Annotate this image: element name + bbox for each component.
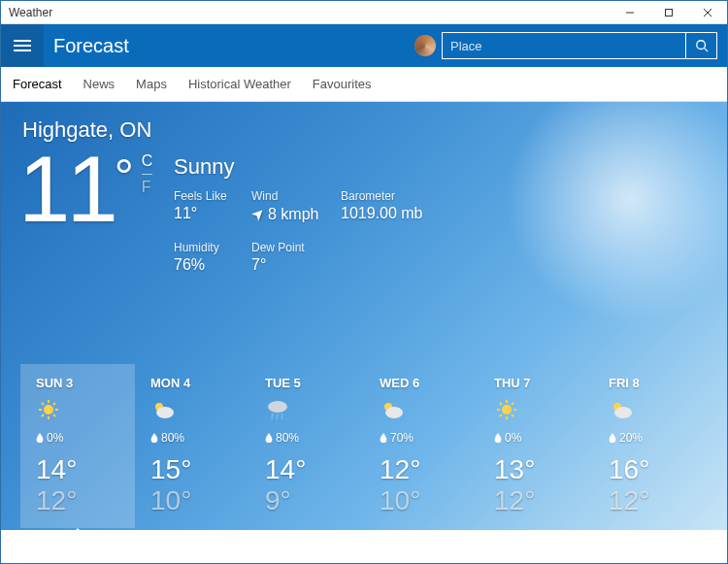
precip-value: 20% [619,431,643,445]
low-temp: 10° [150,485,234,516]
raindrop-icon [609,433,616,443]
tab-forecast[interactable]: Forecast [13,77,62,91]
daily-forecast: SUN 30%14°12°MON 480%15°10°TUE 580%14°9°… [20,364,708,528]
high-temp: 13° [494,454,578,485]
svg-line-8 [704,49,708,52]
minimize-button[interactable] [611,1,649,24]
weather-icon [494,398,519,421]
temp-degree: ° [115,149,134,205]
day-card[interactable]: FRI 820%16°12° [593,364,708,528]
close-button[interactable] [688,1,727,24]
detail-wind: Wind ➤8 kmph [251,189,341,223]
precip-row: 80% [265,431,348,445]
day-card[interactable]: TUE 580%14°9° [249,364,364,528]
search-input[interactable] [442,32,686,59]
day-name: TUE 5 [265,376,348,390]
details-grid: Feels Like 11° Wind ➤8 kmph Barometer 10… [174,189,447,274]
day-name: THU 7 [494,376,578,390]
unit-celsius[interactable]: C [142,152,153,175]
precip-row: 20% [609,431,692,445]
search-icon [695,39,709,52]
raindrop-icon [494,433,502,443]
detail-feels-like: Feels Like 11° [174,189,251,223]
day-card[interactable]: THU 70%13°12° [479,364,593,528]
tab-favourites[interactable]: Favourites [313,77,372,91]
high-temp: 12° [380,454,463,485]
raindrop-icon [380,433,387,443]
precip-value: 80% [161,431,184,445]
detail-dewpoint: Dew Point 7° [251,241,341,274]
title-bar: Weather [1,1,727,24]
day-card[interactable]: MON 480%15°10° [135,364,249,528]
low-temp: 12° [36,485,119,516]
current-temp: 11 ° C F [18,143,152,236]
feels-value: 11° [174,205,251,222]
high-temp: 16° [609,454,692,485]
svg-rect-1 [666,9,673,16]
precip-row: 0% [36,431,119,445]
avatar[interactable] [414,35,436,56]
minimize-icon [625,8,635,17]
tab-historical[interactable]: Historical Weather [188,77,291,91]
precip-row: 70% [380,431,463,445]
precip-value: 0% [47,431,63,445]
weather-icon [380,398,405,421]
raindrop-icon [150,433,158,443]
maximize-icon [664,8,674,17]
bottom-panel [1,530,727,563]
low-temp: 9° [265,485,348,516]
content-area: Highgate, ON 11 ° C F Sunny Feels Like 1… [1,102,727,563]
wind-label: Wind [251,189,341,203]
precip-value: 70% [390,431,414,445]
app-header: Forecast [1,24,727,67]
raindrop-icon [36,433,44,443]
day-name: MON 4 [150,376,234,390]
tab-news[interactable]: News [83,77,116,91]
search-wrap [442,32,717,59]
close-icon [703,8,712,17]
unit-fahrenheit[interactable]: F [142,175,153,196]
dew-value: 7° [251,256,341,274]
low-temp: 12° [609,485,692,516]
weather-icon [150,398,176,421]
detail-barometer: Barometer 1019.00 mb [341,189,447,223]
temp-value: 11 [18,143,115,236]
dew-label: Dew Point [251,241,341,254]
baro-label: Barometer [341,189,447,203]
high-temp: 14° [265,454,348,485]
app-window: Weather Forecast Forecast News Maps Hist… [0,0,728,564]
nav-tabs: Forecast News Maps Historical Weather Fa… [1,67,727,102]
svg-point-7 [696,41,705,50]
day-card[interactable]: SUN 30%14°12° [20,364,135,528]
weather-icon [36,398,61,421]
search-button[interactable] [686,32,717,59]
detail-humidity: Humidity 76% [174,241,251,274]
window-title: Weather [9,6,52,19]
condition-text: Sunny [174,154,234,180]
low-temp: 10° [380,485,463,516]
hum-value: 76% [174,256,251,274]
unit-toggle: C F [142,152,153,196]
tab-maps[interactable]: Maps [136,77,167,91]
wind-value: ➤8 kmph [251,205,341,223]
day-name: FRI 8 [609,376,692,390]
menu-button[interactable] [1,24,44,67]
weather-icon [265,398,290,421]
hum-label: Humidity [174,241,251,254]
page-title: Forecast [53,35,414,57]
precip-row: 80% [150,431,234,445]
hamburger-icon [13,39,32,52]
day-name: SUN 3 [36,376,119,390]
sun-flare-decoration [484,102,727,345]
raindrop-icon [265,433,273,443]
high-temp: 15° [150,454,234,485]
baro-value: 1019.00 mb [341,205,447,222]
day-card[interactable]: WED 670%12°10° [364,364,479,528]
precip-value: 0% [505,431,521,445]
low-temp: 12° [494,485,578,516]
maximize-button[interactable] [649,1,688,24]
weather-icon [609,398,634,421]
feels-label: Feels Like [174,189,251,203]
precip-value: 80% [276,431,299,445]
day-name: WED 6 [380,376,463,390]
